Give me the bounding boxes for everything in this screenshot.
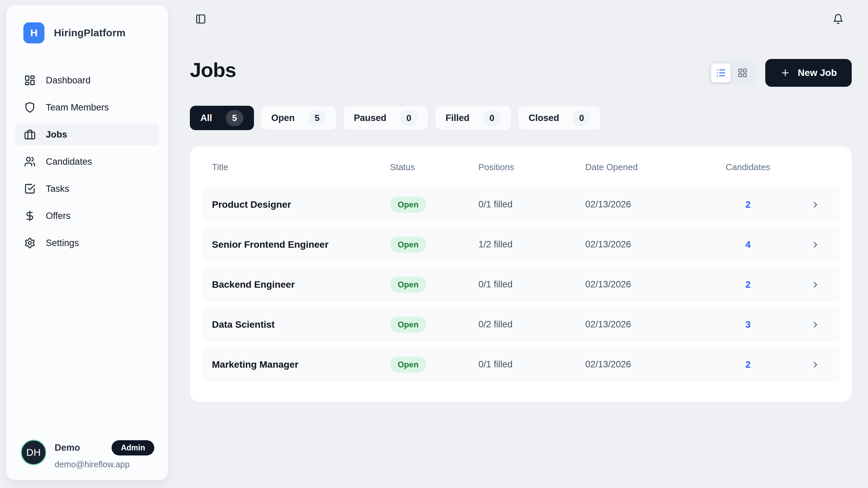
sidebar-item-settings[interactable]: Settings <box>15 232 159 254</box>
check-square-icon <box>24 183 36 195</box>
sidebar-nav: Dashboard Team Members Jobs Candidates T… <box>6 69 168 429</box>
plus-icon <box>780 68 790 78</box>
user-name: Demo <box>55 443 80 453</box>
table-row[interactable]: Senior Frontend Engineer Open 1/2 filled… <box>203 227 840 262</box>
content: Jobs New Job All 5 Open 5 Paused 0 Fille… <box>174 58 868 402</box>
page-title: Jobs <box>190 58 236 82</box>
filter-tabs: All 5 Open 5 Paused 0 Filled 0 Closed 0 <box>190 106 852 130</box>
candidates-count-link[interactable]: 2 <box>721 359 775 370</box>
jobs-table-card: Title Status Positions Date Opened Candi… <box>190 146 852 402</box>
sidebar-item-label: Jobs <box>46 129 67 140</box>
head-actions: New Job <box>708 59 852 87</box>
list-view-icon <box>716 68 726 78</box>
candidates-count-link[interactable]: 4 <box>721 239 775 250</box>
col-header-date: Date Opened <box>585 162 721 172</box>
gear-icon <box>24 237 36 249</box>
positions-cell: 1/2 filled <box>478 239 585 250</box>
sidebar-item-label: Dashboard <box>46 75 91 86</box>
filter-count-badge: 0 <box>400 110 418 126</box>
grid-view-button[interactable] <box>733 63 752 82</box>
sidebar-item-label: Settings <box>46 238 79 248</box>
user-section: DH Demo Admin demo@hireflow.app <box>6 429 168 480</box>
col-header-title: Title <box>212 162 390 172</box>
filter-label: Filled <box>446 113 470 123</box>
briefcase-icon <box>24 129 36 140</box>
candidates-count-link[interactable]: 2 <box>721 199 775 210</box>
candidates-count-link[interactable]: 2 <box>721 279 775 290</box>
date-opened-cell: 02/13/2026 <box>585 319 721 330</box>
job-title-cell: Senior Frontend Engineer <box>212 239 390 250</box>
sidebar: H HiringPlatform Dashboard Team Members … <box>6 5 168 480</box>
col-header-positions: Positions <box>478 162 585 172</box>
filter-count-badge: 5 <box>308 110 326 126</box>
chevron-right-icon[interactable] <box>811 240 820 249</box>
filter-tab-filled[interactable]: Filled 0 <box>435 106 511 130</box>
chevron-right-icon[interactable] <box>811 360 820 369</box>
candidates-count-link[interactable]: 3 <box>721 319 775 330</box>
shield-icon <box>24 102 36 113</box>
filter-tab-open[interactable]: Open 5 <box>261 106 336 130</box>
positions-cell: 0/2 filled <box>478 319 585 330</box>
filter-tab-paused[interactable]: Paused 0 <box>343 106 428 130</box>
sidebar-item-offers[interactable]: Offers <box>15 205 159 227</box>
app-logo: H <box>23 22 44 43</box>
job-title-cell: Data Scientist <box>212 319 390 330</box>
chevron-right-icon[interactable] <box>811 320 820 329</box>
brand-header: H HiringPlatform <box>6 5 168 43</box>
positions-cell: 0/1 filled <box>478 199 585 210</box>
panel-left-icon[interactable] <box>195 14 206 24</box>
positions-cell: 0/1 filled <box>478 359 585 370</box>
sidebar-item-label: Offers <box>46 211 71 221</box>
sidebar-item-tasks[interactable]: Tasks <box>15 178 159 200</box>
table-header-row: Title Status Positions Date Opened Candi… <box>203 162 840 172</box>
filter-label: All <box>200 113 212 123</box>
list-view-button[interactable] <box>711 63 731 82</box>
table-row[interactable]: Backend Engineer Open 0/1 filled 02/13/2… <box>203 267 840 302</box>
filter-label: Paused <box>354 113 386 123</box>
positions-cell: 0/1 filled <box>478 279 585 290</box>
status-badge: Open <box>390 237 426 253</box>
sidebar-item-jobs[interactable]: Jobs <box>15 123 159 146</box>
job-title-cell: Product Designer <box>212 199 390 210</box>
sidebar-item-candidates[interactable]: Candidates <box>15 150 159 173</box>
avatar[interactable]: DH <box>21 440 46 465</box>
grid-view-icon <box>737 68 748 78</box>
status-badge: Open <box>390 357 426 373</box>
filter-count-badge: 0 <box>573 110 590 126</box>
table-body: Product Designer Open 0/1 filled 02/13/2… <box>203 187 840 382</box>
job-title-cell: Backend Engineer <box>212 279 390 290</box>
users-icon <box>24 156 36 167</box>
user-email: demo@hireflow.app <box>55 460 154 469</box>
filter-count-badge: 0 <box>483 110 501 126</box>
status-badge: Open <box>390 317 426 333</box>
user-meta: Demo Admin demo@hireflow.app <box>55 440 154 469</box>
topbar <box>174 0 868 38</box>
table-row[interactable]: Product Designer Open 0/1 filled 02/13/2… <box>203 187 840 222</box>
filter-label: Open <box>271 113 295 123</box>
table-row[interactable]: Data Scientist Open 0/2 filled 02/13/202… <box>203 307 840 342</box>
sidebar-item-label: Tasks <box>46 184 69 194</box>
chevron-right-icon[interactable] <box>811 200 820 209</box>
app-name: HiringPlatform <box>54 27 125 39</box>
status-badge: Open <box>390 197 426 213</box>
filter-label: Closed <box>529 113 559 123</box>
bell-icon[interactable] <box>833 14 844 24</box>
chevron-right-icon[interactable] <box>811 280 820 289</box>
filter-tab-closed[interactable]: Closed 0 <box>518 106 601 130</box>
date-opened-cell: 02/13/2026 <box>585 199 721 210</box>
status-badge: Open <box>390 277 426 293</box>
table-row[interactable]: Marketing Manager Open 0/1 filled 02/13/… <box>203 347 840 382</box>
sidebar-item-team-members[interactable]: Team Members <box>15 96 159 119</box>
sidebar-item-label: Candidates <box>46 157 92 167</box>
sidebar-item-dashboard[interactable]: Dashboard <box>15 69 159 92</box>
filter-count-badge: 5 <box>226 110 243 126</box>
sidebar-item-label: Team Members <box>46 102 109 113</box>
filter-tab-all[interactable]: All 5 <box>190 106 254 130</box>
new-job-button[interactable]: New Job <box>765 59 852 87</box>
date-opened-cell: 02/13/2026 <box>585 359 721 370</box>
view-toggle <box>708 61 755 85</box>
new-job-label: New Job <box>798 67 837 78</box>
col-header-candidates: Candidates <box>721 162 775 172</box>
date-opened-cell: 02/13/2026 <box>585 279 721 290</box>
main-area: Jobs New Job All 5 Open 5 Paused 0 Fille… <box>174 0 868 488</box>
